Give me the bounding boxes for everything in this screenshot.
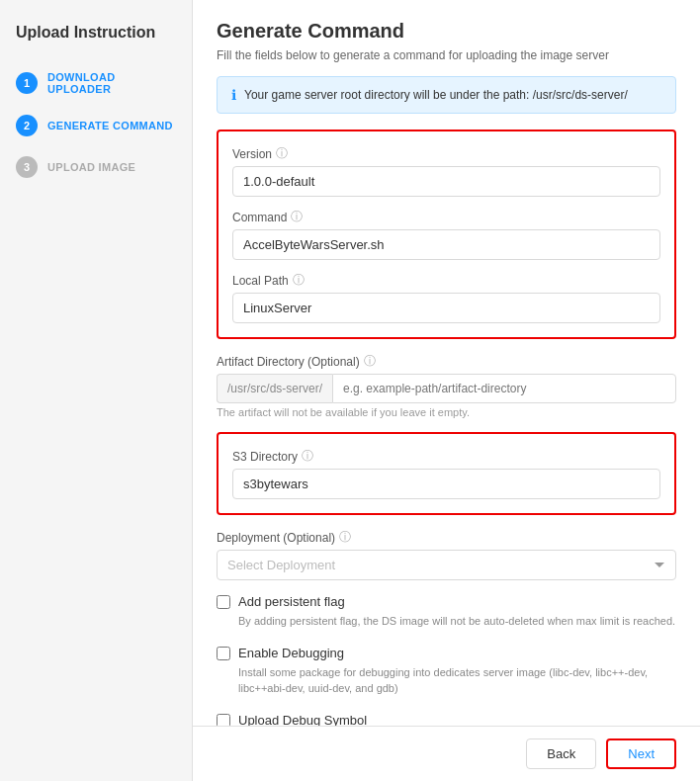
artifact-prefix: /usr/src/ds-server/ xyxy=(217,374,332,403)
enable-debugging-desc: Install some package for debugging into … xyxy=(238,664,676,697)
artifact-hint: The artifact will not be available if yo… xyxy=(217,406,676,418)
step-circle-1: 1 xyxy=(16,72,38,94)
sidebar: Upload Instruction 1 Download Uploader 2… xyxy=(0,0,193,781)
checkbox-debugging-row: Enable Debugging xyxy=(217,646,676,660)
info-banner: ℹ Your game server root directory will b… xyxy=(217,76,676,114)
persistent-flag-checkbox[interactable] xyxy=(217,595,230,609)
version-help-icon[interactable]: ⓘ xyxy=(276,145,288,162)
page-title: Generate Command xyxy=(217,20,676,43)
artifact-section: Artifact Directory (Optional) ⓘ /usr/src… xyxy=(217,353,676,418)
s3-section: S3 Directory ⓘ xyxy=(217,432,676,515)
footer: Back Next xyxy=(193,726,700,781)
local-path-help-icon[interactable]: ⓘ xyxy=(293,272,305,289)
local-path-label: Local Path ⓘ xyxy=(232,272,660,289)
s3-field-group: S3 Directory ⓘ xyxy=(232,448,660,499)
main-fields-section: Version ⓘ Command ⓘ Local Path ⓘ xyxy=(217,130,676,339)
command-field-group: Command ⓘ xyxy=(232,209,660,260)
command-label: Command ⓘ xyxy=(232,209,660,225)
step-label-3: Upload Image xyxy=(47,161,135,173)
enable-debugging-checkbox[interactable] xyxy=(217,647,230,660)
main-content: Generate Command Fill the fields below t… xyxy=(193,0,700,781)
step-item-2[interactable]: 2 Generate Command xyxy=(0,105,192,146)
step-label-1: Download Uploader xyxy=(47,71,176,95)
artifact-help-icon[interactable]: ⓘ xyxy=(364,353,376,370)
step-circle-2: 2 xyxy=(16,115,38,136)
s3-label: S3 Directory ⓘ xyxy=(232,448,660,465)
persistent-flag-desc: By adding persistent flag, the DS image … xyxy=(238,613,676,630)
artifact-input[interactable] xyxy=(332,374,676,403)
enable-debugging-label[interactable]: Enable Debugging xyxy=(238,646,344,660)
local-path-field-group: Local Path ⓘ xyxy=(232,272,660,323)
deployment-section: Deployment (Optional) ⓘ Select Deploymen… xyxy=(217,529,676,580)
checkbox-persistent-group: Add persistent flag By adding persistent… xyxy=(217,594,676,630)
version-input[interactable] xyxy=(232,166,660,197)
checkbox-persistent-row: Add persistent flag xyxy=(217,594,676,609)
back-button[interactable]: Back xyxy=(526,738,596,769)
step-label-2: Generate Command xyxy=(47,120,173,131)
checkbox-debugging-group: Enable Debugging Install some package fo… xyxy=(217,646,676,697)
command-input[interactable] xyxy=(232,229,660,260)
deployment-help-icon[interactable]: ⓘ xyxy=(339,529,351,546)
local-path-input[interactable] xyxy=(232,293,660,323)
persistent-flag-label[interactable]: Add persistent flag xyxy=(238,594,345,609)
sidebar-title: Upload Instruction xyxy=(0,16,192,61)
step-circle-3: 3 xyxy=(16,156,38,178)
version-label: Version ⓘ xyxy=(232,145,660,162)
artifact-input-row: /usr/src/ds-server/ xyxy=(217,374,676,403)
next-button[interactable]: Next xyxy=(606,738,676,769)
info-banner-text: Your game server root directory will be … xyxy=(244,88,628,102)
artifact-label: Artifact Directory (Optional) ⓘ xyxy=(217,353,676,370)
command-help-icon[interactable]: ⓘ xyxy=(291,209,303,225)
step-item-1[interactable]: 1 Download Uploader xyxy=(0,61,192,105)
info-icon: ℹ xyxy=(231,87,236,103)
step-item-3[interactable]: 3 Upload Image xyxy=(0,146,192,188)
deployment-select[interactable]: Select Deployment xyxy=(217,550,676,580)
deployment-label: Deployment (Optional) ⓘ xyxy=(217,529,676,546)
s3-input[interactable] xyxy=(232,469,660,499)
version-field-group: Version ⓘ xyxy=(232,145,660,197)
page-subtitle: Fill the fields below to generate a comm… xyxy=(217,48,676,62)
s3-help-icon[interactable]: ⓘ xyxy=(302,448,313,465)
